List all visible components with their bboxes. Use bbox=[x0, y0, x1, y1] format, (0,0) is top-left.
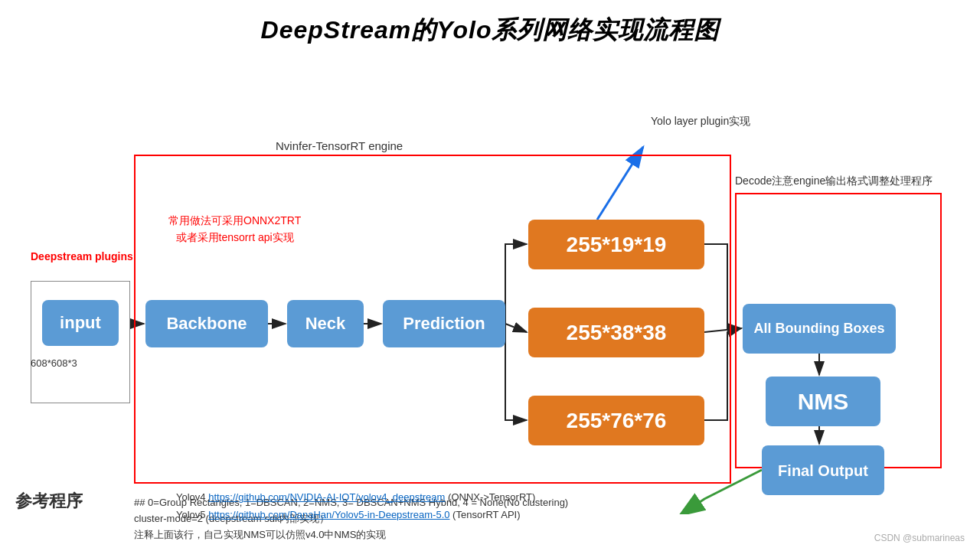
nms-node: NMS bbox=[766, 377, 880, 426]
final-output-node: Final Output bbox=[762, 445, 884, 495]
ref-links: Yolov4 https://github.com/NVIDIA-AI-IOT/… bbox=[176, 488, 535, 524]
onnx-note: 常用做法可采用ONNX2TRT 或者采用tensorrt api实现 bbox=[168, 212, 301, 246]
main-title: DeepStream的Yolo系列网络实现流程图 bbox=[0, 14, 980, 47]
deepstream-plugins-label: Deepstream plugins bbox=[31, 250, 133, 262]
input-size-label: 608*608*3 bbox=[31, 357, 77, 369]
input-node: input bbox=[42, 300, 119, 346]
output-255-76-node: 255*76*76 bbox=[528, 396, 704, 445]
backbone-node: Backbone bbox=[145, 300, 268, 347]
prediction-node: Prediction bbox=[383, 300, 505, 347]
yolov5-link[interactable]: https://github.com/DanaHan/Yolov5-in-Dee… bbox=[208, 509, 449, 520]
yolov4-link[interactable]: https://github.com/NVIDIA-AI-IOT/yolov4_… bbox=[208, 491, 445, 503]
nvinfer-label: Nvinfer-TensorRT engine bbox=[276, 139, 403, 152]
all-bounding-boxes-node: All Bounding Boxes bbox=[743, 304, 896, 354]
watermark: CSDN @submarineas bbox=[874, 533, 965, 543]
neck-node: Neck bbox=[287, 300, 364, 347]
output-255-38-node: 255*38*38 bbox=[528, 308, 704, 357]
ref-section-label: 参考程序 bbox=[15, 490, 83, 513]
decode-label: Decode注意engine输出格式调整处理程序 bbox=[735, 174, 942, 189]
yolo-plugin-label: Yolo layer plugin实现 bbox=[651, 115, 750, 129]
output-255-19-node: 255*19*19 bbox=[528, 220, 704, 269]
